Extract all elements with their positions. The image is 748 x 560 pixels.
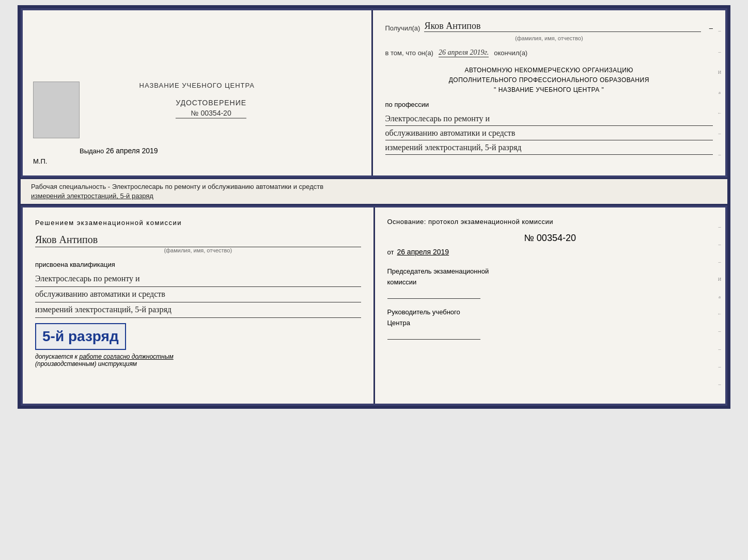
bot-dopusk: допускается к работе согласно должностны… (35, 353, 361, 367)
bot-predsed-line2: комиссии (387, 277, 713, 288)
profession-line3: измерений электростанций, 5-й разряд (385, 140, 713, 155)
cert-issued-block: Выдано 26 апреля 2019 (80, 147, 158, 155)
bot-ruk: Руководитель учебного Центра (387, 307, 713, 340)
bot-dopusk-prefix: допускается к (35, 353, 77, 360)
cert-mp: М.П. (33, 157, 47, 165)
date-line: в том, что он(а) 26 апреля 2019г. окончи… (385, 49, 713, 57)
org-line2: ДОПОЛНИТЕЛЬНОГО ПРОФЕССИОНАЛЬНОГО ОБРАЗО… (385, 75, 713, 85)
bot-profession-line2: обслуживанию автоматики и средств (35, 287, 361, 302)
dash-1: – (709, 24, 713, 32)
received-line: Получил(а) Яков Антипов – (385, 21, 713, 32)
profession-text: Электрослесарь по ремонту и обслуживанию… (385, 111, 713, 155)
profession-line1: Электрослесарь по ремонту и (385, 111, 713, 126)
document-container: НАЗВАНИЕ УЧЕБНОГО ЦЕНТРА УДОСТОВЕРЕНИЕ №… (18, 5, 730, 409)
cert-number: № 00354-20 (176, 109, 246, 119)
cert-left-title: НАЗВАНИЕ УЧЕБНОГО ЦЕНТРА (139, 82, 255, 89)
org-line3: " НАЗВАНИЕ УЧЕБНОГО ЦЕНТРА " (385, 85, 713, 95)
cert-udost-label: УДОСТОВЕРЕНИЕ (176, 99, 246, 107)
bot-right-panel: Основание: протокол экзаменационной коми… (375, 207, 726, 404)
bot-person-name: Яков Антипов (35, 234, 361, 246)
bot-osnov: Основание: протокол экзаменационной коми… (387, 218, 713, 226)
bot-stamp-number: 5-й разряд (42, 328, 119, 345)
profession-label: по профессии (385, 101, 713, 108)
top-certificate: НАЗВАНИЕ УЧЕБНОГО ЦЕНТРА УДОСТОВЕРЕНИЕ №… (18, 5, 730, 179)
side-deco-right-top: – – И а ← – – (716, 10, 723, 175)
separator-row: Рабочая специальность - Электрослесарь п… (18, 179, 730, 204)
bot-profession-line1: Электрослесарь по ремонту и (35, 271, 361, 287)
decision-line: Решением экзаменационной комиссии (35, 218, 361, 229)
finished-label: окончил(а) (494, 49, 527, 57)
bot-profession-line3: измерений электростанций, 5-й разряд (35, 302, 361, 318)
bot-kvalif-label: присвоена квалификация (35, 261, 361, 268)
cert-left-panel: НАЗВАНИЕ УЧЕБНОГО ЦЕНТРА УДОСТОВЕРЕНИЕ №… (23, 10, 373, 175)
bot-predsed: Председатель экзаменационной комиссии (387, 266, 713, 299)
separator-line2: измерений электростанций, 5-й разряд (31, 191, 717, 201)
bot-stamp-box: 5-й разряд (35, 323, 126, 350)
cert-right-panel: Получил(а) Яков Антипов – (фамилия, имя,… (373, 10, 726, 175)
bot-ruk-sig-line (387, 339, 480, 340)
bot-dopusk-underline: работе согласно должностным (79, 353, 173, 360)
cert-issued-label: Выдано (80, 147, 104, 155)
bot-predsed-line1: Председатель экзаменационной (387, 266, 713, 277)
bot-ot-label: от (387, 248, 394, 256)
org-line1: АВТОНОМНУЮ НЕКОММЕРЧЕСКУЮ ОРГАНИЗАЦИЮ (385, 66, 713, 75)
bot-ruk-line1: Руководитель учебного (387, 307, 713, 318)
bot-ot-date: 26 апреля 2019 (397, 248, 449, 256)
profession-line2: обслуживанию автоматики и средств (385, 126, 713, 140)
bot-right-date-line: от 26 апреля 2019 (387, 248, 713, 256)
completion-date: 26 апреля 2019г. (439, 49, 489, 57)
bot-predsed-sig-line (387, 298, 480, 299)
side-deco-right-bot: – – – И а ← – – – – (716, 207, 723, 404)
org-block: АВТОНОМНУЮ НЕКОММЕРЧЕСКУЮ ОРГАНИЗАЦИЮ ДО… (385, 66, 713, 95)
cert-left-photo (33, 82, 80, 138)
bot-fio-sub: (фамилия, имя, отчество) (35, 247, 361, 253)
bot-left-panel: Решением экзаменационной комиссии Яков А… (23, 207, 375, 404)
cert-udost-block: УДОСТОВЕРЕНИЕ № 00354-20 (176, 99, 246, 119)
received-label: Получил(а) (385, 24, 420, 32)
fio-sub: (фамилия, имя, отчество) (385, 35, 713, 41)
person-name: Яков Антипов (424, 21, 700, 32)
in-that-label: в том, что он(а) (385, 49, 433, 57)
bot-dopusk-paren: (производственным) инструкциям (35, 360, 137, 367)
bot-right-number: № 00354-20 (387, 233, 713, 244)
bot-ruk-line2: Центра (387, 318, 713, 329)
bot-profession-text: Электрослесарь по ремонту и обслуживанию… (35, 271, 361, 317)
cert-issued-date: 26 апреля 2019 (106, 147, 158, 155)
bottom-certificate: Решением экзаменационной комиссии Яков А… (18, 204, 730, 409)
separator-line1: Рабочая специальность - Электрослесарь п… (31, 182, 717, 191)
